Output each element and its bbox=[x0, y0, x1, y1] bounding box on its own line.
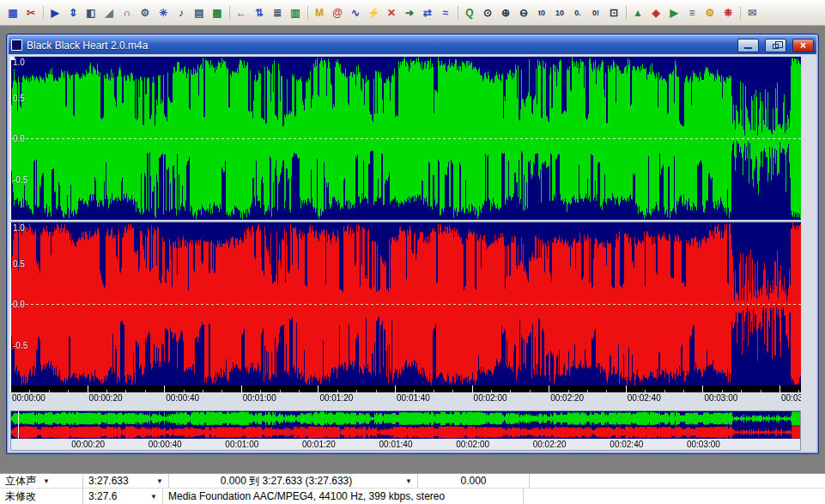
total-time-selector[interactable]: 3:27.633 ▼ bbox=[83, 474, 169, 488]
left-channel-canvas[interactable] bbox=[10, 57, 801, 220]
toolbar-separator bbox=[737, 4, 743, 21]
ruler-tick bbox=[164, 386, 165, 392]
titlebar[interactable]: Black Black Heart 2.0.m4a × bbox=[9, 36, 816, 54]
chevron-down-icon[interactable]: ▼ bbox=[150, 493, 157, 501]
toolbar-separator bbox=[623, 4, 629, 21]
vu-meter-icon[interactable]: ▥ bbox=[287, 4, 304, 21]
effect-list-icon[interactable]: ≡ bbox=[683, 4, 701, 21]
overview-position-marker[interactable] bbox=[18, 411, 19, 439]
match-volume-icon[interactable]: @ bbox=[329, 4, 346, 21]
reverse-icon[interactable]: ← bbox=[233, 4, 250, 21]
overview-right-canvas[interactable] bbox=[11, 426, 800, 439]
zoom-100-icon[interactable]: 0. bbox=[569, 4, 586, 21]
zoom-in-icon[interactable]: ⊕ bbox=[497, 4, 514, 21]
maximize-volume-icon[interactable]: M bbox=[311, 4, 328, 21]
window-title: Black Black Heart 2.0.m4a bbox=[27, 39, 731, 52]
parametric-eq-icon[interactable]: ▤ bbox=[191, 4, 208, 21]
overview-time-label: 00:00:20 bbox=[71, 440, 105, 449]
zoom-10-icon[interactable]: 10 bbox=[551, 4, 568, 21]
effect-properties-icon[interactable]: ⚙ bbox=[701, 4, 719, 21]
volume-shape-icon[interactable]: ⇅ bbox=[251, 4, 268, 21]
cursor-position-value: 0.000 bbox=[460, 475, 486, 487]
smoother-icon[interactable]: ≈ bbox=[437, 4, 454, 21]
selection-range-value: 0.000 到 3:27.633 (3:27.633) bbox=[174, 474, 398, 489]
preset-previous-icon[interactable]: ▲ bbox=[629, 4, 646, 21]
shape-volume-icon[interactable]: ∿ bbox=[347, 4, 364, 21]
zoom-1000-icon[interactable]: 0! bbox=[587, 4, 604, 21]
pitch-icon[interactable]: ♪ bbox=[173, 4, 190, 21]
color-options-icon[interactable]: ❋ bbox=[719, 4, 737, 21]
stretch-icon[interactable]: ⇕ bbox=[64, 4, 82, 21]
overview-strip[interactable]: 00:00:2000:00:4000:01:0000:01:2000:01:40… bbox=[10, 410, 801, 451]
toolbar-separator bbox=[305, 4, 311, 21]
channel-mixer-icon[interactable]: ⇄ bbox=[419, 4, 436, 21]
ruler-time-label: 00:01:20 bbox=[319, 393, 353, 403]
equalizer-icon[interactable]: ≣ bbox=[269, 4, 286, 21]
minimize-button[interactable] bbox=[737, 39, 759, 52]
noise-reduction-icon[interactable]: ✕ bbox=[383, 4, 400, 21]
chevron-down-icon[interactable]: ▼ bbox=[43, 477, 50, 485]
dynamics-icon[interactable]: ⚡ bbox=[365, 4, 382, 21]
channel-mode-selector[interactable]: 立体声 ▼ bbox=[0, 474, 83, 488]
flanger-icon[interactable]: ✳ bbox=[155, 4, 172, 21]
marker-icon[interactable]: ◆ bbox=[647, 4, 664, 21]
ramp-icon[interactable]: ◢ bbox=[100, 4, 118, 21]
file-format-info: Media Foundation AAC/MPEG4, 44100 Hz, 39… bbox=[163, 489, 524, 504]
zoom-selection-icon[interactable]: ⊡ bbox=[605, 4, 622, 21]
overview-time-label: 00:01:00 bbox=[225, 440, 258, 449]
workspace: Black Black Heart 2.0.m4a × 1.00.50.0-0.… bbox=[0, 27, 825, 473]
effects-toolbar: ▦✂▶⇕◧◢∩⚙✳♪▤▩←⇅≣▥M@∿⚡✕➜⇄≈Q⊙⊕⊖t0100.0!⊡▲◆▶… bbox=[0, 0, 825, 26]
mail-icon[interactable]: ✉ bbox=[743, 4, 761, 21]
ruler-tick bbox=[702, 386, 703, 392]
sound-window: Black Black Heart 2.0.m4a × 1.00.50.0-0.… bbox=[6, 33, 819, 454]
overview-time-label: 00:00:40 bbox=[149, 440, 182, 449]
right-channel-waveform[interactable]: 1.00.50.0-0.5 bbox=[10, 222, 801, 386]
playhead-marker bbox=[10, 57, 11, 220]
zoom-1-to-1-icon[interactable]: t0 bbox=[533, 4, 550, 21]
ruler-time-label: 00:02:00 bbox=[474, 393, 507, 403]
offset-icon[interactable]: ➜ bbox=[401, 4, 418, 21]
ruler-time-label: 00:00:40 bbox=[166, 393, 199, 403]
gate-icon[interactable]: ◧ bbox=[82, 4, 100, 21]
toolbar-separator bbox=[40, 4, 46, 21]
cut-ratio-icon[interactable]: ✂ bbox=[22, 4, 39, 21]
play-rate-icon[interactable]: ▶ bbox=[46, 4, 64, 21]
chevron-down-icon[interactable]: ▼ bbox=[156, 477, 163, 485]
ruler-time-label: 00:02:20 bbox=[550, 393, 584, 403]
channel-mode-value: 立体声 bbox=[5, 474, 36, 489]
doppler-icon[interactable]: ∩ bbox=[118, 4, 136, 21]
left-channel-waveform[interactable]: 1.00.50.0-0.5 bbox=[10, 57, 801, 220]
zoom-quality-icon[interactable]: Q bbox=[461, 4, 478, 21]
ruler-tick bbox=[88, 386, 88, 392]
spectrum-filter-icon[interactable]: ▩ bbox=[209, 4, 226, 21]
ruler-labels: 00:00:0000:00:2000:00:4000:01:0000:01:20… bbox=[10, 392, 801, 404]
ruler-tick bbox=[549, 386, 549, 392]
close-button[interactable]: × bbox=[792, 39, 814, 52]
chevron-down-icon[interactable]: ▼ bbox=[405, 477, 412, 485]
ruler-time-label: 00:01:40 bbox=[397, 393, 430, 403]
statusbar-row-2: 未修改 3:27.6 ▼ Media Foundation AAC/MPEG4,… bbox=[0, 489, 825, 504]
selection-range-selector[interactable]: 0.000 到 3:27.633 (3:27.633) ▼ bbox=[169, 474, 418, 488]
mechanize-icon[interactable]: ⚙ bbox=[136, 4, 154, 21]
play-preset-icon[interactable]: ▶ bbox=[665, 4, 682, 21]
device-controls-icon[interactable]: ▦ bbox=[4, 4, 21, 21]
ruler-time-label: 00:03:00 bbox=[704, 393, 737, 403]
overview-time-label: 00:01:20 bbox=[302, 440, 336, 449]
overview-left-canvas[interactable] bbox=[11, 411, 800, 426]
ruler-time-label: 00:03:20 bbox=[781, 393, 801, 403]
playhead-marker bbox=[10, 222, 11, 386]
ruler-tick bbox=[395, 386, 396, 392]
zoom-out-icon[interactable]: ⊖ bbox=[515, 4, 532, 21]
overview-time-label: 00:02:40 bbox=[610, 440, 643, 449]
restore-button[interactable] bbox=[765, 39, 786, 52]
time-ruler[interactable]: 00:00:0000:00:2000:00:4000:01:0000:01:20… bbox=[10, 386, 801, 404]
right-channel-canvas[interactable] bbox=[10, 222, 801, 386]
ruler-tick bbox=[10, 386, 11, 392]
zoom-previous-icon[interactable]: ⊙ bbox=[479, 4, 496, 21]
ruler-time-label: 00:01:00 bbox=[243, 393, 276, 403]
length-selector[interactable]: 3:27.6 ▼ bbox=[83, 489, 163, 504]
ruler-track[interactable] bbox=[10, 386, 801, 392]
toolbar-separator bbox=[455, 4, 461, 21]
overview-time-label: 00:02:20 bbox=[533, 440, 567, 449]
statusbar: 立体声 ▼ 3:27.633 ▼ 0.000 到 3:27.633 (3:27.… bbox=[0, 473, 825, 504]
